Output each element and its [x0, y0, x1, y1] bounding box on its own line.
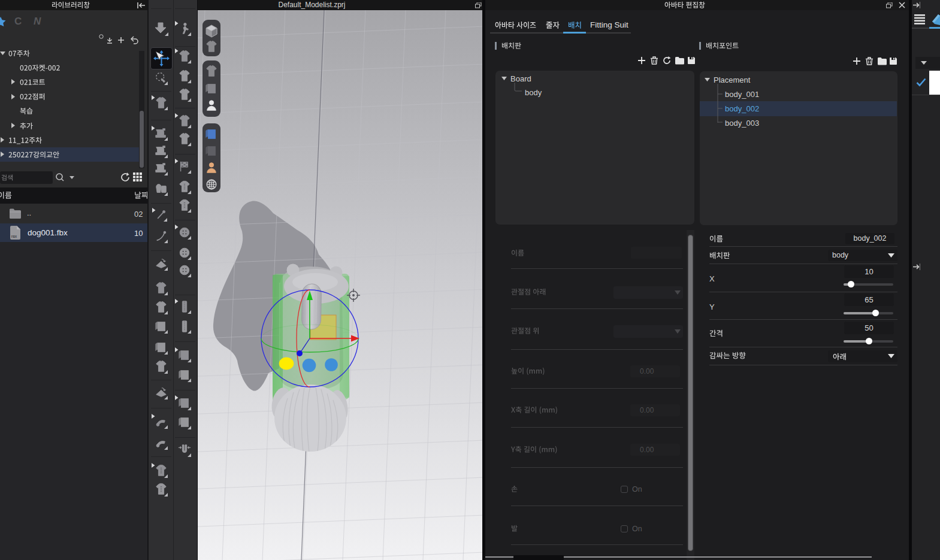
svg-text:FBX: FBX [11, 235, 17, 238]
